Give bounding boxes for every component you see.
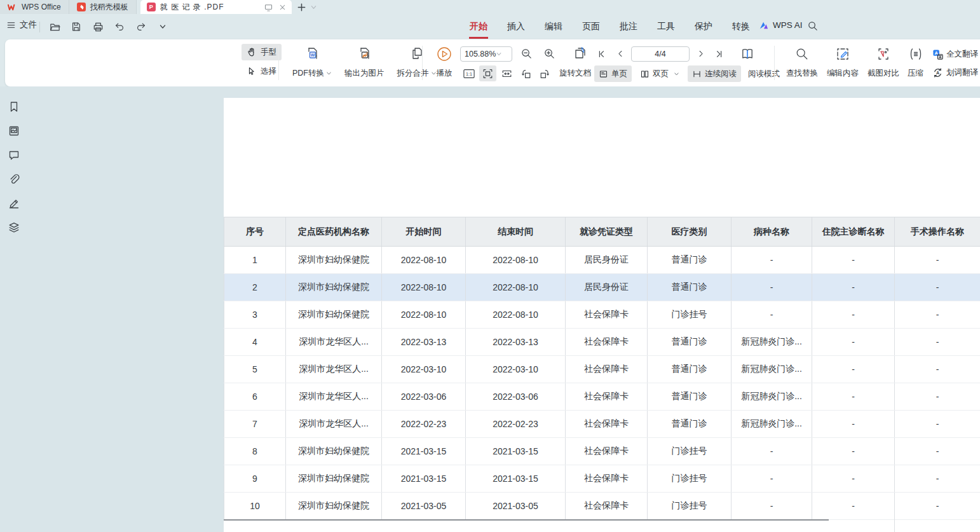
- wps-ai-icon: [759, 21, 769, 30]
- menu-tab[interactable]: 编辑: [544, 20, 563, 34]
- table-header-cell: 病种名称: [732, 217, 812, 247]
- table-cell: 9: [224, 465, 286, 493]
- quick-access-chevron-icon[interactable]: [155, 18, 170, 35]
- next-page-icon[interactable]: [694, 46, 708, 62]
- docer-icon: [77, 3, 86, 11]
- hand-tool-button[interactable]: 手型: [242, 44, 282, 60]
- menu-tab[interactable]: 转换: [732, 20, 751, 34]
- highlight-pen-icon[interactable]: [8, 197, 20, 210]
- comment-icon[interactable]: [8, 149, 20, 161]
- zoom-level-select[interactable]: 105.88%: [460, 46, 512, 62]
- table-cell: 居民身份证: [566, 274, 648, 301]
- page-indicator-input[interactable]: 4/4: [631, 46, 690, 62]
- print-icon[interactable]: [90, 18, 105, 35]
- double-page-label: 双页: [653, 69, 669, 79]
- attachment-icon[interactable]: [8, 173, 20, 186]
- single-page-button[interactable]: 单页: [594, 65, 632, 82]
- table-row: 1深圳市妇幼保健院2022-08-102022-08-10居民身份证普通门诊--…: [224, 247, 980, 274]
- save-icon[interactable]: [69, 18, 84, 35]
- table-row: 3深圳市妇幼保健院2022-08-102022-08-10社会保障卡门诊挂号--…: [224, 301, 980, 329]
- full-translate-button[interactable]: A 全文翻译: [932, 46, 980, 62]
- table-cell: -: [895, 301, 980, 329]
- rotate-right-icon[interactable]: [536, 65, 554, 81]
- export-image-button[interactable]: 输出为图片: [338, 43, 391, 80]
- open-file-icon[interactable]: [47, 18, 62, 35]
- table-cell: 2022-03-06: [382, 383, 466, 411]
- word-translate-button[interactable]: A 划词翻译: [932, 64, 980, 81]
- tab-document-active[interactable]: P 就 医 记 录 .PDF: [140, 0, 292, 14]
- play-label: 播放: [437, 68, 453, 79]
- rotate-doc-label[interactable]: 旋转文档: [559, 68, 591, 79]
- table-row: 5深圳市龙华区人...2022-03-102022-03-10社会保障卡普通门诊…: [224, 356, 980, 383]
- screenshot-compare-button[interactable]: 截图对比: [863, 43, 904, 80]
- layers-icon[interactable]: [8, 221, 20, 234]
- one-to-one-label: 1:1: [466, 71, 472, 77]
- select-tool-button[interactable]: 选择: [242, 63, 282, 79]
- table-cell: -: [895, 438, 980, 465]
- undo-icon[interactable]: [112, 18, 127, 35]
- close-tab-icon[interactable]: [278, 3, 287, 11]
- fit-width-button[interactable]: [498, 65, 515, 81]
- table-header-cell: 序号: [224, 217, 286, 247]
- table-cell: -: [732, 493, 812, 520]
- read-mode-label[interactable]: 阅读模式: [748, 69, 780, 79]
- wps-logo-icon: [8, 3, 17, 12]
- page-indicator-value: 4/4: [655, 50, 665, 58]
- menu-tab[interactable]: 插入: [507, 20, 526, 34]
- tab-wps-office[interactable]: WPS Office: [0, 0, 69, 14]
- table-row: 8深圳市妇幼保健院2021-03-152021-03-15社会保障卡门诊挂号--…: [224, 438, 980, 465]
- pdf-convert-button[interactable]: W PDF转换: [286, 43, 338, 80]
- tab-label: WPS Office: [22, 3, 61, 11]
- table-header-cell: 住院主诊断名称: [812, 217, 895, 247]
- rotate-left-icon[interactable]: [517, 65, 534, 81]
- menu-tab[interactable]: 开始: [469, 20, 488, 34]
- new-tab-button[interactable]: [297, 3, 306, 12]
- cursor-icon: [247, 66, 257, 76]
- replace-pages-icon[interactable]: [571, 46, 589, 62]
- pdf-page[interactable]: 序号定点医药机构名称开始时间结束时间就诊凭证类型医疗类别病种名称住院主诊断名称手…: [224, 98, 980, 532]
- first-page-icon[interactable]: [594, 46, 608, 62]
- play-button[interactable]: 播放: [428, 43, 460, 80]
- table-header-cell: 开始时间: [382, 217, 466, 247]
- menu-tab[interactable]: 保护: [694, 20, 713, 34]
- table-cell: -: [812, 465, 895, 493]
- zoom-in-icon[interactable]: [541, 46, 558, 62]
- fit-page-button[interactable]: [479, 65, 496, 81]
- menu-tab[interactable]: 批注: [619, 20, 638, 34]
- double-page-button[interactable]: 双页: [636, 65, 683, 82]
- zoom-level-value: 105.88%: [465, 50, 496, 58]
- table-cell: 新冠肺炎门诊...: [732, 383, 812, 411]
- edit-content-button[interactable]: 编辑内容: [822, 43, 863, 80]
- wps-ai-button[interactable]: WPS AI: [759, 20, 803, 30]
- prev-page-icon[interactable]: [613, 46, 627, 62]
- compress-button[interactable]: 压缩: [904, 43, 927, 80]
- table-cell: 2021-03-05: [466, 493, 566, 520]
- menu-tab[interactable]: 工具: [657, 20, 676, 34]
- menu-search-icon[interactable]: [807, 20, 818, 31]
- read-mode-icon[interactable]: [740, 46, 755, 62]
- table-cell: 普通门诊: [648, 356, 732, 383]
- table-cell: 深圳市妇幼保健院: [286, 274, 382, 301]
- export-image-icon: [356, 43, 372, 65]
- table-cell: 2021-03-05: [382, 493, 466, 520]
- tab-list-chevron-icon[interactable]: [310, 4, 317, 11]
- thumbnail-icon[interactable]: [8, 125, 20, 137]
- bookmark-icon[interactable]: [8, 100, 20, 113]
- last-page-icon[interactable]: [712, 46, 726, 62]
- actual-size-button[interactable]: 1:1: [460, 65, 477, 81]
- menu-tab[interactable]: 页面: [582, 20, 601, 34]
- export-image-label: 输出为图片: [344, 68, 385, 79]
- monitor-icon[interactable]: [264, 3, 273, 12]
- table-cell: -: [732, 465, 812, 493]
- continuous-read-icon: [692, 69, 702, 79]
- continuous-read-button[interactable]: 连续阅读: [688, 65, 741, 82]
- table-cell: 社会保障卡: [566, 329, 648, 356]
- file-menu-button[interactable]: 文件: [6, 19, 37, 31]
- find-replace-button[interactable]: 查找替换: [782, 43, 822, 80]
- redo-icon[interactable]: [133, 18, 149, 35]
- screenshot-compare-icon: [876, 43, 891, 65]
- table-cell: 2022-03-13: [382, 329, 466, 356]
- tab-docer[interactable]: 找稻壳模板: [69, 0, 137, 14]
- table-cell: -: [895, 493, 980, 520]
- zoom-out-icon[interactable]: [518, 46, 535, 62]
